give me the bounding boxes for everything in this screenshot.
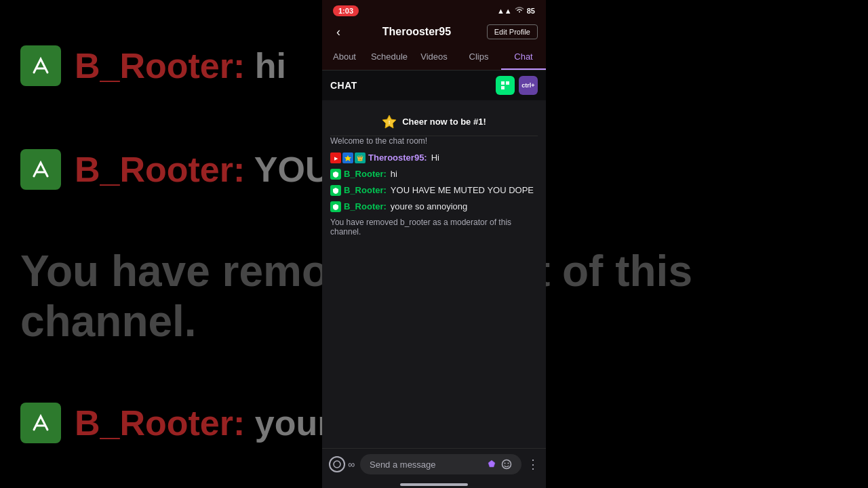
infinity-icon: ∞ [348,459,355,470]
circle-button[interactable] [329,456,345,472]
chat-message-3: B_Rooter: YOU HAVE ME MUTED YOU DOPE [330,185,538,196]
battery-value: 85 [527,7,535,15]
msg-username-3: B_Rooter: [344,185,387,195]
msg-text-1: Hi [431,152,538,163]
cheer-banner: ! Cheer now to be #1! [330,107,538,136]
message-input-placeholder: Send a message [370,460,436,470]
streamelements-icon[interactable] [496,76,515,95]
tab-about[interactable]: About [322,45,367,70]
bg-icon-2 [20,149,61,190]
channel-name: Therooster95 [382,26,451,38]
msg-text-3: YOU HAVE ME MUTED YOU DOPE [391,185,538,195]
ctrl-icon[interactable]: ctrl+ [519,76,538,95]
signal-icon: ▲▲ [497,7,512,15]
chat-header: CHAT ctrl+ [322,70,546,100]
msg-badges-1: ▶ 👑 [330,152,366,163]
more-options-button[interactable]: ⋮ [527,457,539,472]
svg-point-16 [508,463,509,464]
back-button[interactable]: ‹ [330,25,347,39]
wifi-icon [515,7,524,15]
status-bar: 1:03 ▲▲ 85 [322,0,546,19]
bottom-left-icons: ∞ [329,456,355,472]
svg-text:!: ! [389,119,391,125]
message-input-container[interactable]: Send a message [360,454,521,474]
mod-icon-3 [330,185,341,196]
nav-tabs: About Schedule Videos Clips Chat [322,45,546,70]
home-bar [400,483,468,486]
system-message: You have removed b_rooter as a moderator… [330,218,538,237]
svg-text:👑: 👑 [357,155,363,161]
header: ‹ Therooster95 Edit Profile [322,19,546,45]
input-right-icons [486,459,512,470]
chat-message-1: ▶ 👑 Therooster95: Hi [330,152,538,163]
msg-username-2: B_Rooter: [344,169,387,179]
chat-message-2: B_Rooter: hi [330,169,538,180]
svg-marker-13 [488,460,495,467]
bits-icon [486,459,497,470]
chat-message-4: B_Rooter: youre so annoyiong [330,201,538,212]
badge-star [342,152,353,163]
bg-text-1: B_Rooter: hi [75,45,286,86]
svg-point-15 [505,463,506,464]
tab-schedule[interactable]: Schedule [367,45,412,70]
msg-username-4: B_Rooter: [344,201,387,211]
bg-icon-3 [20,403,61,443]
chat-messages: ! Cheer now to be #1! Welcome to the cha… [322,100,546,448]
svg-rect-3 [501,81,505,85]
msg-text-2: hi [391,169,538,179]
badge-subscriber: ▶ [330,152,341,163]
bottom-bar: ∞ Send a message ⋮ [322,448,546,480]
cheer-banner-text: Cheer now to be #1! [402,117,486,127]
phone-frame: 1:03 ▲▲ 85 ‹ Therooster95 Edit Profile A… [322,0,546,488]
status-icons: ▲▲ 85 [497,7,535,15]
mod-icon-4 [330,201,341,212]
edit-profile-button[interactable]: Edit Profile [487,24,538,39]
status-time: 1:03 [333,5,359,16]
msg-text-4: youre so annoyiong [391,201,538,211]
welcome-message: Welcome to the chat room! [330,136,538,146]
svg-point-12 [334,461,340,468]
svg-marker-10 [344,155,351,161]
tab-chat[interactable]: Chat [501,45,546,70]
home-indicator [322,480,546,488]
badge-prime: 👑 [355,152,366,163]
chat-header-icons: ctrl+ [496,76,538,95]
tab-videos[interactable]: Videos [412,45,456,70]
svg-rect-5 [501,86,505,89]
svg-rect-4 [506,81,509,85]
mod-icon-2 [330,169,341,180]
msg-username-1: Therooster95: [368,152,427,163]
svg-point-14 [502,460,511,469]
tab-clips[interactable]: Clips [456,45,501,70]
chat-label: CHAT [330,80,357,91]
emote-icon[interactable] [501,459,512,470]
bg-icon-1 [20,45,61,86]
